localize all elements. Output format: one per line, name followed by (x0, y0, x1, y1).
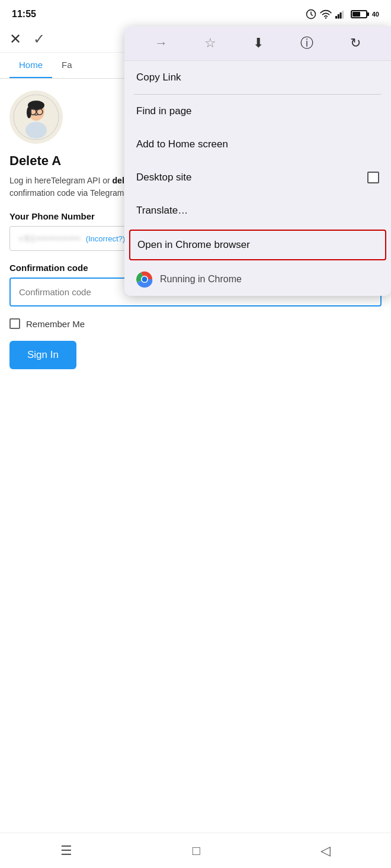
signal-icon (335, 9, 346, 19)
svg-point-17 (142, 277, 148, 282)
running-in-chrome-text: Running in Chrome (160, 274, 242, 285)
svg-rect-2 (335, 16, 337, 19)
download-icon[interactable]: ⬇ (253, 36, 264, 51)
menu-item-find-in-page[interactable]: Find in page (124, 95, 391, 128)
phone-blurred-value: +91••••••••••• (18, 234, 81, 243)
svg-point-1 (325, 17, 326, 18)
running-in-chrome-row: Running in Chrome (124, 263, 391, 296)
menu-item-open-in-chrome[interactable]: Open in Chrome browser (129, 230, 386, 260)
svg-rect-4 (339, 12, 341, 19)
svg-point-13 (25, 122, 47, 138)
bottom-nav: ☰ □ ◁ (0, 832, 391, 868)
refresh-icon[interactable]: ↻ (350, 36, 361, 51)
menu-item-desktop-site[interactable]: Desktop site (124, 161, 391, 194)
battery-icon (351, 10, 367, 18)
remember-me-label: Remember Me (26, 319, 85, 329)
forward-icon[interactable]: → (155, 36, 168, 51)
menu-item-copy-link[interactable]: Copy Link (124, 61, 391, 94)
avatar (9, 91, 63, 144)
bookmark-icon[interactable]: ☆ (204, 36, 216, 51)
battery-level: 40 (372, 11, 379, 18)
status-bar: 11:55 40 (0, 0, 391, 26)
desktop-site-checkbox[interactable] (367, 172, 379, 183)
incorrect-link[interactable]: (Incorrect?) (86, 234, 125, 243)
tab-home[interactable]: Home (9, 53, 52, 78)
svg-rect-3 (338, 14, 339, 19)
status-icons: 40 (306, 9, 379, 20)
dropdown-menu: → ☆ ⬇ ⓘ ↻ Copy Link Find in page Add to … (124, 26, 391, 296)
avatar-illustration (12, 93, 60, 141)
menu-item-add-to-home[interactable]: Add to Home screen (124, 128, 391, 161)
info-icon[interactable]: ⓘ (300, 34, 313, 52)
menu-item-translate[interactable]: Translate… (124, 194, 391, 227)
home-icon[interactable]: □ (193, 843, 200, 859)
close-button[interactable]: ✕ (9, 31, 21, 47)
svg-rect-5 (342, 11, 344, 19)
remember-me-checkbox[interactable] (9, 318, 20, 329)
tab-fa[interactable]: Fa (52, 53, 82, 78)
status-time: 11:55 (12, 9, 36, 20)
menu-icon[interactable]: ☰ (60, 843, 72, 859)
check-button[interactable]: ✓ (33, 31, 45, 47)
whatsapp-icon (306, 9, 316, 20)
sign-in-button[interactable]: Sign In (9, 341, 76, 369)
dropdown-toolbar: → ☆ ⬇ ⓘ ↻ (124, 26, 391, 61)
remember-me-row: Remember Me (9, 318, 382, 329)
wifi-icon (320, 9, 332, 19)
chrome-logo-icon (136, 271, 153, 288)
back-icon[interactable]: ◁ (321, 843, 331, 859)
